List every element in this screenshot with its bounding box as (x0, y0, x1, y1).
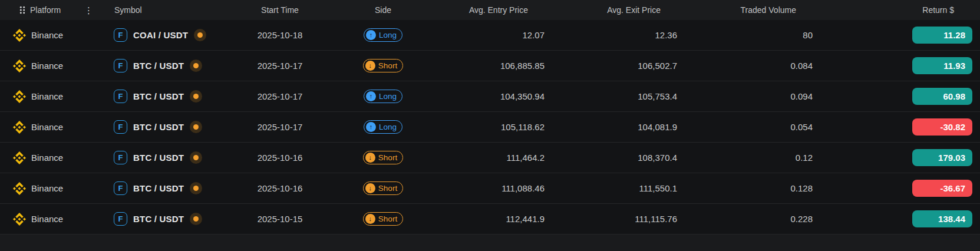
start-time-cell: 2025-10-15 (230, 214, 330, 224)
side-cell: ↓ Short (330, 59, 436, 72)
side-badge: ↑ Long (364, 120, 402, 134)
exit-price-cell: 105,753.4 (554, 91, 687, 101)
platform-cell: Binance (0, 151, 106, 164)
hot-indicator-icon (190, 121, 202, 133)
table-row[interactable]: Binance F BTC / USDT 2025-10-15 ↓ Short … (0, 204, 980, 235)
binance-logo-icon (13, 182, 26, 195)
table-body: Binance F COAI / USDT 2025-10-18 ↑ Long … (0, 20, 980, 235)
side-badge: ↑ Long (364, 90, 402, 103)
side-cell: ↑ Long (330, 120, 436, 134)
return-badge: 179.03 (912, 149, 972, 166)
column-header-symbol[interactable]: Symbol (106, 5, 230, 15)
traded-volume-cell: 0.084 (687, 61, 822, 71)
column-header-entry-price[interactable]: Avg. Entry Price (436, 5, 554, 15)
column-header-label: Platform (30, 5, 61, 15)
start-time-cell: 2025-10-17 (230, 91, 330, 101)
symbol-cell[interactable]: F BTC / USDT (106, 120, 230, 134)
start-time-cell: 2025-10-17 (230, 122, 330, 132)
table-row[interactable]: Binance F BTC / USDT 2025-10-17 ↑ Long 1… (0, 112, 980, 143)
table-header-row: Platform ⋮ Symbol Start Time Side Avg. E… (0, 0, 980, 20)
drag-handle-icon[interactable] (19, 6, 25, 14)
traded-volume-cell: 0.054 (687, 122, 822, 132)
column-menu-icon[interactable]: ⋮ (84, 6, 93, 15)
futures-contract-badge: F (114, 120, 127, 134)
futures-contract-badge: F (114, 28, 127, 42)
side-badge: ↓ Short (363, 151, 403, 164)
column-header-side[interactable]: Side (330, 5, 436, 15)
platform-name: Binance (31, 153, 63, 163)
exit-price-cell: 111,550.1 (554, 183, 687, 193)
exit-price-cell: 106,502.7 (554, 61, 687, 71)
start-time-cell: 2025-10-17 (230, 61, 330, 71)
platform-name: Binance (31, 30, 63, 40)
return-badge: 138.44 (912, 210, 972, 227)
platform-cell: Binance (0, 121, 106, 134)
entry-price-cell: 111,088.46 (436, 183, 554, 193)
arrow-up-icon: ↑ (366, 122, 376, 132)
symbol-pair: BTC / USDT (133, 61, 184, 71)
start-time-cell: 2025-10-18 (230, 30, 330, 40)
arrow-up-icon: ↑ (366, 30, 376, 40)
traded-volume-cell: 0.12 (687, 153, 822, 163)
arrow-down-icon: ↓ (365, 183, 375, 193)
symbol-cell[interactable]: F BTC / USDT (106, 90, 230, 103)
return-cell: 60.98 (822, 88, 980, 105)
column-header-platform[interactable]: Platform ⋮ (0, 5, 106, 15)
entry-price-cell: 105,118.62 (436, 122, 554, 132)
symbol-pair: BTC / USDT (133, 122, 184, 132)
column-header-traded-volume[interactable]: Traded Volume (687, 5, 822, 15)
return-badge: -36.67 (912, 180, 972, 197)
side-label: Long (379, 92, 397, 101)
side-cell: ↓ Short (330, 212, 436, 226)
futures-contract-badge: F (114, 151, 127, 164)
symbol-cell[interactable]: F BTC / USDT (106, 212, 230, 226)
arrow-down-icon: ↓ (365, 61, 375, 71)
return-badge: 11.28 (912, 27, 972, 44)
platform-cell: Binance (0, 29, 106, 42)
return-badge: 60.98 (912, 88, 972, 105)
symbol-pair: BTC / USDT (133, 183, 184, 193)
exit-price-cell: 104,081.9 (554, 122, 687, 132)
binance-logo-icon (13, 90, 26, 103)
binance-logo-icon (13, 151, 26, 164)
symbol-pair: BTC / USDT (133, 91, 184, 101)
binance-logo-icon (13, 29, 26, 42)
column-header-start-time[interactable]: Start Time (230, 5, 330, 15)
column-header-return[interactable]: Return $ (822, 5, 980, 15)
binance-logo-icon (13, 60, 26, 72)
symbol-cell[interactable]: F BTC / USDT (106, 59, 230, 72)
return-cell: -36.67 (822, 180, 980, 197)
platform-name: Binance (31, 61, 63, 71)
symbol-cell[interactable]: F BTC / USDT (106, 181, 230, 195)
table-row[interactable]: Binance F BTC / USDT 2025-10-17 ↓ Short … (0, 51, 980, 81)
symbol-cell[interactable]: F COAI / USDT (106, 28, 230, 42)
table-row[interactable]: Binance F BTC / USDT 2025-10-16 ↓ Short … (0, 143, 980, 173)
hot-indicator-icon (194, 29, 206, 41)
platform-name: Binance (31, 91, 63, 101)
return-cell: 179.03 (822, 149, 980, 166)
entry-price-cell: 104,350.94 (436, 91, 554, 101)
return-cell: -30.82 (822, 118, 980, 136)
return-badge: -30.82 (912, 118, 972, 136)
side-cell: ↑ Long (330, 90, 436, 103)
traded-volume-cell: 0.228 (687, 214, 822, 224)
side-label: Short (378, 153, 397, 162)
platform-name: Binance (31, 214, 63, 224)
table-row[interactable]: Binance F COAI / USDT 2025-10-18 ↑ Long … (0, 20, 980, 51)
symbol-pair: COAI / USDT (133, 30, 188, 40)
traded-volume-cell: 0.094 (687, 91, 822, 101)
column-header-exit-price[interactable]: Avg. Exit Price (554, 5, 687, 15)
arrow-up-icon: ↑ (366, 91, 376, 101)
side-label: Long (379, 123, 397, 131)
side-label: Short (378, 184, 397, 193)
futures-contract-badge: F (114, 90, 127, 103)
table-row[interactable]: Binance F BTC / USDT 2025-10-17 ↑ Long 1… (0, 81, 980, 112)
entry-price-cell: 106,885.85 (436, 61, 554, 71)
binance-logo-icon (13, 121, 26, 134)
side-badge: ↓ Short (363, 212, 403, 226)
symbol-cell[interactable]: F BTC / USDT (106, 151, 230, 164)
platform-name: Binance (31, 183, 63, 193)
table-row[interactable]: Binance F BTC / USDT 2025-10-16 ↓ Short … (0, 173, 980, 204)
side-cell: ↓ Short (330, 151, 436, 164)
arrow-down-icon: ↓ (365, 153, 375, 163)
